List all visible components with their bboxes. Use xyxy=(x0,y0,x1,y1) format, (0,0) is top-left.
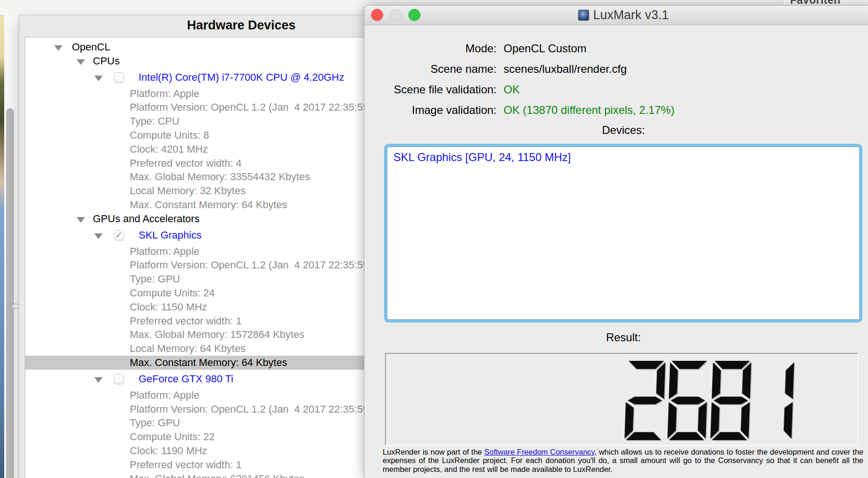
scene-validation-label: Scene file validation: xyxy=(364,83,497,96)
tree-row-label: Platform: Apple xyxy=(130,87,199,101)
tree-row-label: CPUs xyxy=(93,54,119,68)
disclosure-triangle-icon[interactable] xyxy=(54,45,63,51)
tree-row-label: Type: CPU xyxy=(130,114,179,128)
image-validation-label: Image validation: xyxy=(364,104,497,117)
luxmark-title: LuxMark v3.1 xyxy=(593,8,669,22)
lcd-digit xyxy=(709,361,752,440)
tree-row-label: Clock: 1190 MHz xyxy=(130,444,207,458)
tree-row-label: Max. Global Memory: 33554432 Kbytes xyxy=(130,170,310,184)
tree-row-label: Max. Global Memory: 1572864 Kbytes xyxy=(130,328,304,342)
conservancy-link[interactable]: Software Freedom Conservancy xyxy=(484,448,595,456)
scene-validation-value: OK xyxy=(504,83,520,96)
device-list-item[interactable]: SKL Graphics [GPU, 24, 1150 MHz] xyxy=(387,147,859,168)
background-favorites-pane: Favoriten xyxy=(782,0,868,5)
luxmark-titlebar[interactable]: LuxMark v3.1 xyxy=(364,6,868,25)
tree-row-label: Platform: Apple xyxy=(130,245,199,259)
tree-row-label: Platform Version: OpenCL 1.2 (Jan 4 2017… xyxy=(130,402,369,416)
tree-row-label: Max. Constant Memory: 64 Kbytes xyxy=(130,356,287,370)
tree-row-label: Type: GPU xyxy=(130,416,180,430)
lcd-digit xyxy=(623,361,666,440)
scene-validation-row: Scene file validation: OK xyxy=(364,79,868,100)
tree-row-label: Preferred vector width: 4 xyxy=(130,156,242,170)
lcd-digit xyxy=(666,361,709,440)
luxmark-app-icon xyxy=(578,10,589,21)
disclosure-triangle-icon[interactable] xyxy=(94,233,103,239)
tree-row-label: Intel(R) Core(TM) i7-7700K CPU @ 4.20GHz xyxy=(139,68,344,87)
mode-value: OpenCL Custom xyxy=(504,42,587,55)
tree-row-label: GeForce GTX 980 Ti xyxy=(139,370,233,388)
mode-row: Mode: OpenCL Custom xyxy=(364,38,868,59)
tree-row-label: Compute Units: 8 xyxy=(130,128,209,142)
lcd-digits xyxy=(623,361,795,440)
tree-row-label: GPUs and Accelerators xyxy=(93,212,200,226)
tree-row-label: Preferred vector width: 1 xyxy=(130,458,242,472)
devices-list-inner: SKL Graphics [GPU, 24, 1150 MHz] xyxy=(387,147,860,320)
mode-label: Mode: xyxy=(364,42,497,55)
result-lcd xyxy=(385,353,858,446)
tree-row-label: Type: GPU xyxy=(130,272,180,286)
tree-row-label: Compute Units: 22 xyxy=(130,430,215,444)
tree-row-label: Clock: 4201 MHz xyxy=(130,142,208,156)
background-scrollbar-thumb[interactable] xyxy=(6,108,14,478)
tree-row-label: Platform: Apple xyxy=(130,388,199,402)
donation-note: LuxRender is now part of the Software Fr… xyxy=(383,448,863,473)
tree-row-label: Local Memory: 32 Kbytes xyxy=(130,184,245,198)
scene-name-row: Scene name: scenes/luxball/render.cfg xyxy=(364,59,868,79)
result-section-label: Result: xyxy=(364,329,868,346)
disclosure-triangle-icon[interactable] xyxy=(94,76,103,81)
screen: Favoriten Hardware Devices OpenCLCPUsInt… xyxy=(0,0,868,478)
desktop-wallpaper xyxy=(0,0,4,478)
devices-list[interactable]: SKL Graphics [GPU, 24, 1150 MHz] xyxy=(384,144,862,323)
tree-row-label: Max. Constant Memory: 64 Kbytes xyxy=(130,198,287,212)
tree-row-label: SKL Graphics xyxy=(139,226,202,245)
favorites-label: Favoriten xyxy=(790,0,840,5)
disclosure-triangle-icon[interactable] xyxy=(77,217,85,223)
tree-row-label: Local Memory: 64 Kbytes xyxy=(130,342,245,356)
benchmark-info-fields: Mode: OpenCL Custom Scene name: scenes/l… xyxy=(364,38,868,120)
background-scroll-knob xyxy=(12,303,20,309)
tree-row-label: Compute Units: 24 xyxy=(130,286,215,300)
device-checkbox-checked[interactable]: ✓ xyxy=(114,230,124,240)
lcd-digit xyxy=(752,361,795,440)
image-validation-row: Image validation: OK (13870 different pi… xyxy=(364,100,868,120)
tree-row-label: Platform Version: OpenCL 1.2 (Jan 4 2017… xyxy=(130,100,369,114)
donation-note-pre: LuxRender is now part of the xyxy=(383,448,484,456)
disclosure-triangle-icon[interactable] xyxy=(77,59,85,65)
tree-row-label: Clock: 1150 MHz xyxy=(130,300,207,314)
tree-row-label: Max. Global Memory: 6291456 Kbytes xyxy=(130,472,304,478)
device-checkbox[interactable] xyxy=(114,72,124,83)
background-scrollbar-track xyxy=(4,15,19,478)
scene-name-value: scenes/luxball/render.cfg xyxy=(504,63,627,76)
luxmark-window: LuxMark v3.1 Mode: OpenCL Custom Scene n… xyxy=(364,5,868,478)
scene-name-label: Scene name: xyxy=(364,63,497,76)
image-validation-value: OK (13870 different pixels, 2.17%) xyxy=(504,104,674,117)
luxmark-title-group: LuxMark v3.1 xyxy=(364,6,868,25)
device-checkbox[interactable] xyxy=(114,374,124,384)
disclosure-triangle-icon[interactable] xyxy=(94,377,103,383)
tree-row-label: Preferred vector width: 1 xyxy=(130,314,242,328)
tree-row-label: OpenCL xyxy=(72,40,110,54)
tree-row-label: Platform Version: OpenCL 1.2 (Jan 4 2017… xyxy=(130,258,369,272)
devices-section-label: Devices: xyxy=(364,121,868,139)
